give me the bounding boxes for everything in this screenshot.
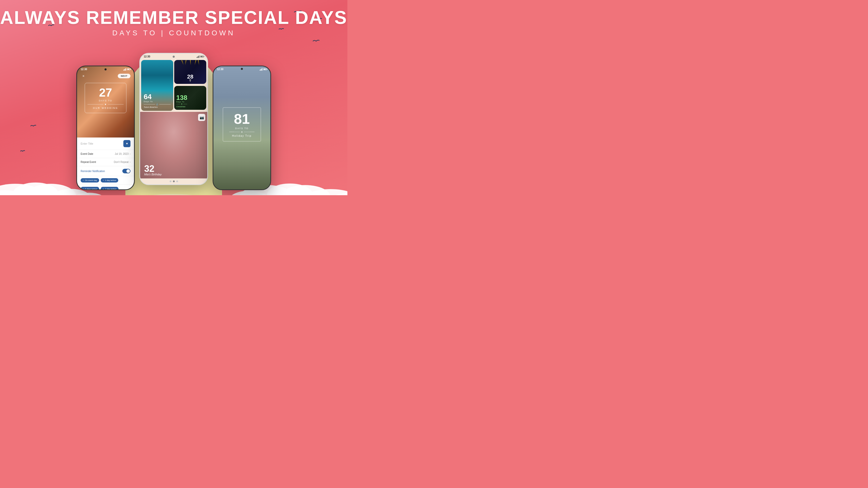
right-countdown-number: 81 bbox=[229, 112, 255, 126]
phone-center-content: 12:30 bbox=[140, 54, 207, 184]
center-time: 12:30 bbox=[144, 55, 150, 58]
baby-photo: 📷 32 Mia's Birthday bbox=[140, 112, 207, 178]
phone-center: 12:30 bbox=[140, 53, 208, 185]
plane-icon: ✈ bbox=[241, 131, 243, 133]
beach-widget: 64 Days To ⚓ Tulum Beaches bbox=[141, 60, 173, 111]
repeat-value: Don't Repeat › bbox=[114, 161, 130, 163]
chevron-right-icon-2: › bbox=[130, 161, 130, 163]
subtitle: DAYS TO | COUNTDOWN bbox=[0, 29, 347, 37]
repeat-event-row[interactable]: Repeat Event Don't Repeat › bbox=[77, 158, 134, 166]
anchor-icon: ⚓ bbox=[156, 103, 158, 105]
dot-3[interactable] bbox=[176, 181, 178, 182]
chip-7-day-before[interactable]: ✓ 7 day before bbox=[101, 187, 118, 190]
beach-name: Tulum Beaches bbox=[144, 106, 170, 108]
close-button[interactable]: × bbox=[81, 73, 86, 79]
signal-icon bbox=[123, 68, 126, 71]
christmas-number: 138 bbox=[176, 94, 187, 101]
right-countdown-label: DAYS TO bbox=[229, 127, 255, 130]
beach-number: 64 bbox=[144, 93, 170, 100]
reminder-label: Reminder Notification bbox=[81, 170, 105, 172]
title-input-row: Enter Title ♥ bbox=[77, 137, 134, 150]
right-camera bbox=[241, 68, 243, 70]
title-placeholder[interactable]: Enter Title bbox=[81, 142, 93, 145]
share-button[interactable]: 📷 bbox=[198, 114, 205, 121]
center-status-icons bbox=[196, 56, 204, 58]
right-divider: ~ ~ ~ ✈ ~ ~ ~ bbox=[229, 131, 255, 133]
right-battery-icon bbox=[263, 68, 267, 70]
next-button[interactable]: NEXT bbox=[118, 74, 130, 78]
left-time: 12:30 bbox=[81, 68, 87, 71]
right-countdown-card: 81 DAYS TO ~ ~ ~ ✈ ~ ~ ~ bbox=[223, 107, 261, 141]
fireworks-number: 28 bbox=[174, 74, 206, 79]
left-status-icons bbox=[123, 68, 130, 71]
chip-on-event-day[interactable]: ✓ On event day bbox=[81, 178, 99, 183]
beach-divider: ⚓ bbox=[144, 103, 170, 105]
heart-icon: ♥ bbox=[105, 103, 106, 106]
bird-icon-7 bbox=[20, 150, 25, 152]
dot-2[interactable] bbox=[173, 181, 175, 182]
left-countdown-card: 27 DAYS TO ♥ OUR WEDDING bbox=[85, 83, 126, 113]
left-controls: × NEXT bbox=[77, 72, 134, 80]
fireworks-decoration bbox=[174, 60, 206, 73]
chip-3-days-before[interactable]: ✓ 3 days before bbox=[81, 187, 99, 190]
center-status-bar: 12:30 bbox=[140, 54, 207, 59]
chip-1-day-before[interactable]: ✓ 1 day before bbox=[101, 178, 118, 183]
right-status-icons bbox=[260, 68, 267, 71]
left-wallpaper: 12:30 bbox=[77, 66, 134, 137]
left-divider: ♥ bbox=[88, 103, 124, 106]
chevron-right-icon: › bbox=[130, 153, 130, 155]
left-countdown-number: 27 bbox=[88, 87, 124, 98]
christmas-widget: 138 Days To ❊ Christmas bbox=[174, 86, 206, 110]
baby-event-name: Mia's Birthday bbox=[144, 173, 162, 176]
fireworks-content: 28 🍸 bbox=[174, 74, 206, 82]
christmas-name: Christmas bbox=[176, 105, 187, 108]
phones-container: 12:30 bbox=[76, 53, 271, 195]
baby-number: 32 bbox=[144, 164, 154, 173]
left-status-bar: 12:30 bbox=[77, 66, 134, 72]
repeat-label: Repeat Event bbox=[81, 161, 96, 163]
center-signal-icon bbox=[196, 56, 199, 58]
dot-1[interactable] bbox=[169, 181, 172, 182]
phone-right: 12:30 81 DAYS TO bbox=[213, 66, 271, 190]
phone-right-content: 12:30 81 DAYS TO bbox=[213, 66, 270, 189]
reminder-row: Reminder Notification bbox=[77, 166, 134, 176]
center-grid: 64 Days To ⚓ Tulum Beaches bbox=[140, 59, 207, 112]
event-date-value: Jul 19, 2023 › bbox=[115, 153, 130, 155]
battery-icon bbox=[127, 68, 130, 70]
snowflake-icon: ❊ bbox=[181, 103, 183, 105]
background: ALWAYS REMEMBER SPECIAL DAYS DAYS TO | C… bbox=[0, 0, 347, 195]
christmas-content: 138 Days To ❊ Christmas bbox=[176, 94, 187, 108]
beach-overlay: 64 Days To ⚓ Tulum Beaches bbox=[141, 91, 173, 111]
beach-label: Days To bbox=[144, 100, 170, 103]
chip-row-1: ✓ On event day ✓ 1 day before bbox=[77, 176, 134, 185]
reminder-toggle[interactable] bbox=[122, 169, 130, 173]
heart-button[interactable]: ♥ bbox=[123, 140, 130, 147]
event-date-row[interactable]: Event Date Jul 19, 2023 › bbox=[77, 150, 134, 158]
fireworks-widget: 28 🍸 bbox=[174, 60, 206, 84]
left-event-name: OUR WEDDING bbox=[88, 107, 124, 109]
left-form: Enter Title ♥ Event Date Jul 19, 2023 › … bbox=[77, 137, 134, 190]
left-camera bbox=[104, 68, 106, 70]
page-dots bbox=[140, 178, 207, 184]
header: ALWAYS REMEMBER SPECIAL DAYS DAYS TO | C… bbox=[0, 8, 347, 37]
center-bottom: 📷 32 Mia's Birthday bbox=[140, 112, 207, 184]
left-countdown-label: DAYS TO bbox=[88, 99, 124, 102]
phone-left: 12:30 bbox=[76, 66, 135, 190]
phone-left-content: 12:30 bbox=[77, 66, 134, 189]
center-camera bbox=[173, 56, 175, 58]
chip-row-2: ✓ 3 days before ✓ 7 day before bbox=[77, 185, 134, 190]
right-signal-icon bbox=[260, 68, 262, 71]
bird-icon-6 bbox=[31, 125, 36, 127]
bird-icon-4 bbox=[313, 39, 319, 43]
main-title: ALWAYS REMEMBER SPECIAL DAYS bbox=[0, 8, 347, 28]
event-date-label: Event Date bbox=[81, 153, 93, 155]
cocktail-icon: 🍸 bbox=[174, 79, 206, 82]
right-status-bar: 12:30 bbox=[213, 66, 270, 72]
right-time: 12:30 bbox=[217, 68, 223, 71]
center-battery-icon bbox=[200, 56, 204, 58]
right-event-name: Holiday Trip bbox=[229, 134, 255, 137]
